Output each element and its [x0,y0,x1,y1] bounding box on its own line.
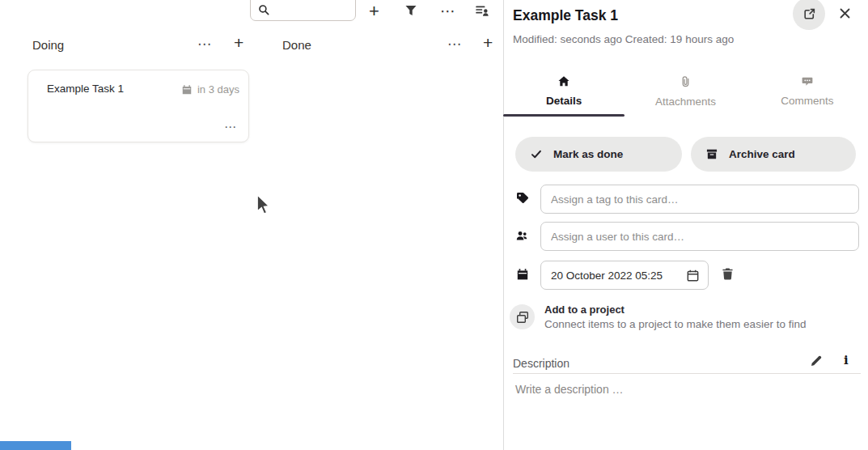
card-title: Example Task 1 [47,83,124,95]
due-date-field[interactable] [540,261,709,290]
description-placeholder[interactable]: Write a description … [515,383,624,396]
search-input[interactable] [275,2,351,18]
search-icon [258,4,270,16]
open-in-window-button[interactable] [793,0,825,30]
tab-label: Comments [781,95,833,107]
paperclip-icon [680,75,692,88]
board-menu-button[interactable]: ⋯ [440,2,456,20]
archive-icon [705,148,718,160]
tab-label: Details [546,95,582,107]
date-picker-icon[interactable] [686,269,700,282]
archive-card-label: Archive card [729,148,795,160]
column-title-done: Done [282,38,311,52]
tab-label: Attachments [655,96,716,108]
tab-attachments[interactable]: Attachments [625,68,746,117]
done-column-menu-button[interactable]: ⋯ [447,36,462,53]
calendar-icon [516,268,529,281]
doing-column-menu-button[interactable]: ⋯ [197,36,212,53]
description-divider [513,373,861,374]
project-icon[interactable] [510,304,535,329]
close-icon[interactable] [838,6,852,20]
panel-title: Example Task 1 [513,7,618,24]
doing-add-card-button[interactable]: + [234,33,243,53]
archive-card-button[interactable]: Archive card [691,137,856,172]
card-detail-panel: Example Task 1 Modified: seconds ago Cre… [504,0,868,450]
task-card[interactable]: Example Task 1 in 3 days ⋯ [28,70,249,142]
assignee-list-icon[interactable] [476,4,489,18]
due-date-input[interactable] [551,270,686,282]
external-link-icon [802,7,816,21]
mark-as-done-label: Mark as done [553,148,623,160]
assign-user-input[interactable] [540,222,859,251]
info-icon[interactable]: i [844,353,849,367]
board-add-button[interactable]: + [369,1,379,22]
card-due-label: in 3 days [197,83,239,96]
filter-icon[interactable] [404,4,417,17]
tag-icon [516,191,529,204]
check-icon [530,148,543,160]
panel-meta: Modified: seconds ago Created: 19 hours … [513,33,734,45]
mouse-cursor [256,194,269,215]
bottom-left-accent [0,441,71,450]
description-label: Description [513,357,569,370]
mark-as-done-button[interactable]: Mark as done [515,137,682,172]
calendar-icon [181,84,193,96]
trash-icon[interactable] [721,267,735,281]
tab-comments[interactable]: Comments [747,68,868,117]
done-add-card-button[interactable]: + [483,33,493,53]
comment-icon [801,75,814,87]
add-to-project-subtitle: Connect items to a project to make them … [544,318,806,330]
users-icon [515,230,529,242]
add-to-project-title[interactable]: Add to a project [544,304,625,316]
tab-details[interactable]: Details [503,68,625,117]
card-menu-button[interactable]: ⋯ [224,120,237,134]
home-icon [557,75,570,87]
search-box[interactable] [250,0,356,21]
column-title-doing: Doing [32,38,64,52]
panel-tabs: Details Attachments Comments [503,68,868,117]
kanban-board: + ⋯ Doing ⋯ + Done ⋯ + Example Task 1 in… [0,0,503,450]
assign-tag-input[interactable] [540,185,859,214]
card-due-date: in 3 days [181,83,239,96]
edit-description-icon[interactable] [810,354,823,367]
